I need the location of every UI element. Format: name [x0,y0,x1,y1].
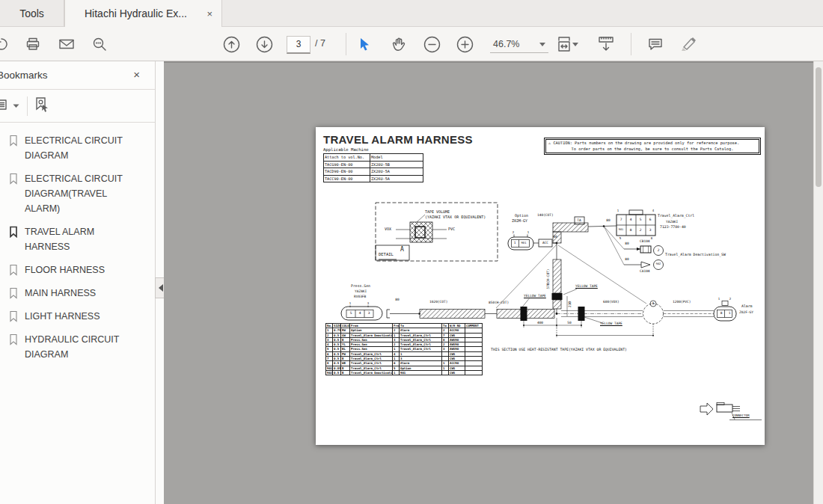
share-icon[interactable] [0,35,10,53]
highlight-tool-button[interactable] [679,35,697,53]
email-button[interactable] [58,35,76,53]
comment-tool-button[interactable] [646,35,664,53]
acrobat-window: Tools Hitachi Hydraulic Ex... × 3 / 7 [0,0,823,504]
bookmark-label: TRAVEL ALARM HARNESS [25,224,138,254]
vertical-scrollbar[interactable] [813,61,823,504]
diagram-label: YELLOW TAPE [575,285,598,289]
close-panel-icon[interactable]: × [133,68,140,81]
bookmark-label: HYDRAULIC CIRCUIT DIAGRAM [25,332,138,362]
table-cell: 1 [393,370,400,375]
diagram-label: Z02F-GY [739,311,753,315]
bookmark-label: LIGHT HARNESS [25,309,138,324]
diagram-label: A [652,302,654,305]
diagram-label: A [400,247,404,253]
diagram-label: ACC [542,242,548,245]
diagram-label: VOX [385,227,391,231]
bookmark-icon [9,287,18,299]
diagram-label: Alarm [741,305,752,309]
diagram-label: (YAZAKI VTAX OR EQUIVALENT) [425,215,486,219]
tab-document[interactable]: Hitachi Hydraulic Ex... × [64,0,222,27]
diagram-label: 5 [640,218,642,222]
document-pane[interactable]: TRAVEL ALARM HARNESS ⚠ CAUTION: Parts nu… [164,61,813,504]
bookmark-options-button[interactable] [0,98,11,114]
page-down-button[interactable] [255,35,273,53]
diagram-label: 5 [619,237,621,240]
chevron-down-icon [572,43,578,46]
tab-document-label: Hitachi Hydraulic Ex... [85,7,187,19]
diagram-label: Travel_Alarm_Ctrl [658,215,694,218]
tab-tools[interactable]: Tools [0,0,64,26]
select-tool-button[interactable] [356,35,374,53]
bookmark-icon [9,334,18,345]
zoom-level-value: 46.7% [493,39,519,49]
diagram-label: 1 [514,242,516,245]
diagram-label: 8 [651,237,652,240]
scrollbar-thumb[interactable] [816,67,822,187]
diagram-label: TAPE VOLUME [425,210,450,214]
bookmark-icon [9,135,18,147]
scroll-mode-button[interactable] [597,35,615,53]
zoom-in-button[interactable] [456,35,474,53]
diagram-label: Travel_Alarm Deactivation_SW [665,253,726,257]
diagram-label: 2 [513,231,514,234]
diagram-label: DETAIL [379,253,394,257]
diagram-label: TA [577,219,581,223]
bookmark-item-6[interactable]: HYDRAULIC CIRCUIT DIAGRAM [9,332,152,362]
diagram-label: 80 [625,258,628,262]
bookmark-item-1[interactable]: ELECTRICAL CIRCUIT DIAGRAM(TRAVEL ALARM) [9,171,152,216]
table-cell: COLOR [341,324,350,328]
bookmark-label: ELECTRICAL CIRCUIT DIAGRAM(TRAVEL ALARM) [25,171,138,216]
diagram-label: 7123-7780-40 [660,226,686,230]
chevron-left-icon [159,284,163,292]
diagram-label: CB104 [640,240,650,244]
page-up-button[interactable] [222,35,240,53]
main-toolbar: 3 / 7 46.7% [0,27,823,61]
diagram-label: 80 [553,236,557,239]
tab-close-icon[interactable]: × [204,8,215,19]
diagram-label: 1200(PVC) [673,301,691,304]
diagram-label: 2 [640,229,642,233]
bookmark-label: ELECTRICAL CIRCUIT DIAGRAM [25,133,138,163]
fit-width-button[interactable] [555,35,573,53]
page-number-input[interactable]: 3 [287,36,310,54]
diagram-label: YELLOW TAPE [524,295,546,298]
zoom-out-button[interactable] [423,35,441,53]
bookmark-icon [9,310,18,322]
diagram-label: 8 [630,229,632,233]
fit-width-caret[interactable] [572,35,579,53]
bookmarks-panel-header: Bookmarks × [0,61,155,90]
diagram-label: 3 [367,302,369,305]
table-row: 9020.5BTravel_Alarm Deactivation_SW1901C… [326,370,483,375]
bookmark-item-5[interactable]: LIGHT HARNESS [9,309,152,324]
table-cell: SIZE [333,324,341,328]
diagram-label: YELLOW TAPE [600,322,622,326]
zoom-level-select[interactable]: 46.7% [490,36,548,53]
diagram-label: THIS SECTION USE HEAT-RESISTANT TAPE(YAZ… [491,348,627,352]
table-cell: No. [326,324,333,328]
diagram-label: Press.Sen [351,285,370,289]
print-button[interactable] [24,35,42,53]
diagram-label: 600(VOX) [603,301,619,304]
table-cell: 0.85 [333,366,341,370]
search-icon[interactable] [91,35,108,53]
bookmark-item-3[interactable]: FLOOR HARNESS [9,262,152,277]
content-area: Bookmarks × ELECTRICAL CIRCUIT DIAGRAMEL… [0,61,823,504]
diagram-label: 901 [619,229,624,232]
bookmark-item-4[interactable]: MAIN HARNESS [9,286,152,301]
tab-bar: Tools Hitachi Hydraulic Ex... × [0,0,823,27]
bookmark-item-2[interactable]: TRAVEL ALARM HARNESS [9,224,152,254]
diagram-label: YAZAKI [355,290,367,294]
diagram-label: CA104 [640,270,650,274]
table-cell: Travel_Alarm Deactivation_SW [350,370,393,375]
find-current-bookmark-button[interactable] [34,96,50,116]
diagram-label: Option [515,214,528,218]
chevron-down-icon[interactable] [13,104,19,108]
toolbar-separator [346,33,346,55]
bookmark-item-0[interactable]: ELECTRICAL CIRCUIT DIAGRAM [9,133,152,163]
diagram-label: 1 [349,302,351,305]
table-cell: CWS [449,370,465,375]
diagram-label: 570(H-COT) [547,268,551,289]
panel-splitter[interactable] [156,61,164,504]
hand-tool-button[interactable] [390,35,408,53]
toolbar-separator [631,33,631,55]
